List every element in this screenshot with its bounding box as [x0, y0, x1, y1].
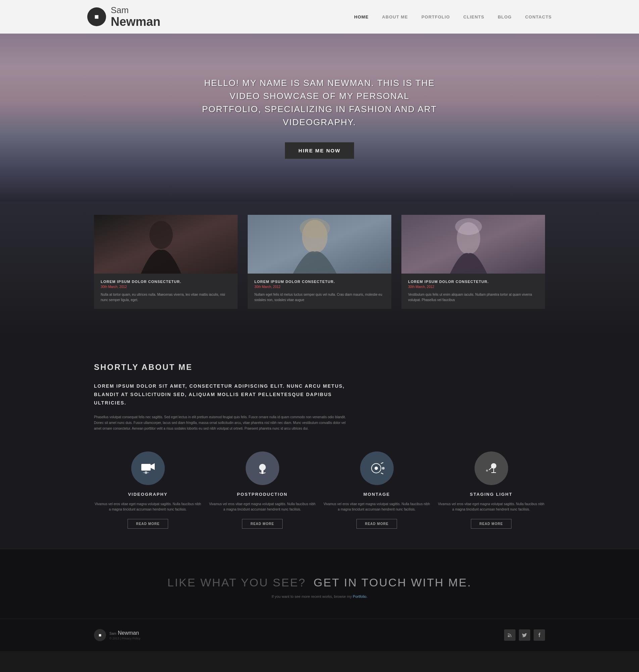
logo-newman: Newman	[111, 15, 160, 29]
cta-section: LIKE WHAT YOU SEE? GET IN TOUCH WITH ME.…	[0, 549, 639, 619]
nav-about[interactable]: ABOUT ME	[382, 14, 408, 19]
card-1-text: Nulla at tortor quam, eu ultrices nulla.…	[101, 292, 231, 303]
about-body: Phasellus volutpat consequat felis nec s…	[94, 414, 349, 431]
footer-name-text: Sam Newman	[109, 630, 141, 636]
logo-text: Sam Newman	[111, 5, 160, 28]
service-montage-text: Vivamus vel eros vitae eget magna volutp…	[323, 501, 431, 512]
card-3-date: 30th March, 2012	[408, 285, 538, 289]
card-1-image	[94, 215, 238, 274]
svg-point-23	[508, 636, 509, 637]
card-2-date: 30th March, 2012	[254, 285, 385, 289]
montage-read-more[interactable]: READ MORE	[356, 519, 397, 529]
cta-part2: GET IN TOUCH WITH ME.	[313, 576, 471, 589]
cta-part1: LIKE WHAT YOU SEE?	[168, 576, 306, 589]
svg-point-1	[149, 221, 173, 249]
svg-point-4	[300, 218, 330, 238]
service-videography-title: VIDEOGRAPHY	[94, 492, 202, 497]
card-1-date: 30th March, 2012	[101, 285, 231, 289]
card-3: LOREM IPSUM DOLOR CONSECTETUR. 30th Marc…	[401, 215, 545, 309]
footer-logo-icon: ■	[94, 629, 106, 641]
hire-me-button[interactable]: HIRE ME NOW	[285, 142, 354, 159]
footer: ■ Sam Newman © 2013 | Privacy Policy	[0, 619, 639, 651]
card-2: LOREM IPSUM DOLOR CONSECTETUR. 30th Marc…	[248, 215, 391, 309]
card-3-body: LOREM IPSUM DOLOR CONSECTETUR. 30th Marc…	[401, 274, 545, 309]
cta-subtitle: If you want to see more recent works, br…	[94, 594, 545, 598]
service-postproduction: POSTPRODUCTION Vivamus vel eros vitae eg…	[208, 452, 316, 529]
videography-read-more[interactable]: READ MORE	[127, 519, 168, 529]
about-section: SHORTLY ABOUT ME LOREM IPSUM DOLOR SIT A…	[0, 336, 639, 549]
cta-portfolio-link[interactable]: Portfolio.	[353, 594, 367, 598]
nav-blog[interactable]: BLOG	[498, 14, 512, 19]
header: ■ Sam Newman HOME ABOUT ME PORTFOLIO CLI…	[0, 0, 639, 34]
service-staging-title: STAGING LIGHT	[437, 492, 545, 497]
card-3-text: Vestibulum quis felis ut enim aliquam ia…	[408, 292, 538, 303]
staging-read-more[interactable]: READ MORE	[471, 519, 511, 529]
logo-icon: ■	[87, 7, 106, 26]
rss-icon[interactable]	[504, 629, 515, 641]
card-1: LOREM IPSUM DOLOR CONSECTETUR. 30th Marc…	[94, 215, 238, 309]
hero-section: HELLO! MY NAME IS SAM NEWMAN. THIS IS TH…	[0, 34, 639, 201]
nav-home[interactable]: HOME	[354, 14, 369, 19]
postproduction-read-more[interactable]: READ MORE	[242, 519, 282, 529]
svg-point-22	[486, 470, 488, 472]
services-grid: VIDEOGRAPHY Vivamus vel eros vitae eget …	[94, 452, 545, 529]
facebook-icon[interactable]	[534, 629, 545, 641]
nav-contacts[interactable]: CONTACTS	[525, 14, 552, 19]
card-3-title: LOREM IPSUM DOLOR CONSECTETUR.	[408, 280, 538, 284]
twitter-icon[interactable]	[519, 629, 530, 641]
cta-subtitle-pre: If you want to see more recent works, br…	[271, 594, 352, 598]
card-1-body: LOREM IPSUM DOLOR CONSECTETUR. 30th Marc…	[94, 274, 238, 309]
svg-line-17	[381, 473, 383, 474]
card-2-image	[248, 215, 391, 274]
svg-rect-8	[141, 464, 151, 471]
service-postproduction-text: Vivamus vel eros vitae eget magna volutp…	[208, 501, 316, 512]
service-postproduction-title: POSTPRODUCTION	[208, 492, 316, 497]
logo-sam: Sam	[111, 5, 160, 15]
card-3-image	[401, 215, 545, 274]
svg-point-7	[455, 218, 482, 235]
svg-line-16	[381, 463, 383, 464]
service-videography: VIDEOGRAPHY Vivamus vel eros vitae eget …	[94, 452, 202, 529]
portfolio-cards-section: LOREM IPSUM DOLOR CONSECTETUR. 30th Marc…	[0, 201, 639, 336]
service-montage: MONTAGE Vivamus vel eros vitae eget magn…	[323, 452, 431, 529]
nav-portfolio[interactable]: PORTFOLIO	[422, 14, 450, 19]
footer-sam: Sam	[109, 632, 116, 636]
about-title: SHORTLY ABOUT ME	[94, 362, 545, 372]
svg-point-12	[259, 464, 266, 471]
svg-point-18	[382, 467, 385, 470]
footer-copyright: © 2013 | Privacy Policy	[109, 637, 141, 640]
main-nav: HOME ABOUT ME PORTFOLIO CLIENTS BLOG CON…	[354, 14, 552, 19]
social-icons	[504, 629, 545, 641]
card-2-title: LOREM IPSUM DOLOR CONSECTETUR.	[254, 280, 385, 284]
card-1-title: LOREM IPSUM DOLOR CONSECTETUR.	[101, 280, 231, 284]
card-2-text: Nullam eget felis id metus luctus semper…	[254, 292, 385, 303]
service-montage-title: MONTAGE	[323, 492, 431, 497]
card-2-body: LOREM IPSUM DOLOR CONSECTETUR. 30th Marc…	[248, 274, 391, 309]
footer-logo: ■ Sam Newman © 2013 | Privacy Policy	[94, 629, 141, 641]
logo: ■ Sam Newman	[87, 5, 160, 28]
service-staging-text: Vivamus vel eros vitae eget magna volutp…	[437, 501, 545, 512]
about-lead: LOREM IPSUM DOLOR SIT AMET, CONSECTETUR …	[94, 382, 362, 407]
nav-clients[interactable]: CLIENTS	[464, 14, 485, 19]
svg-marker-9	[151, 463, 155, 470]
hero-headline: HELLO! MY NAME IS SAM NEWMAN. THIS IS TH…	[199, 77, 440, 129]
staging-icon-circle	[474, 452, 508, 485]
footer-newman: Newman	[118, 630, 139, 636]
montage-icon-circle	[360, 452, 394, 485]
postproduction-icon-circle	[246, 452, 279, 485]
service-staging: STAGING LIGHT Vivamus vel eros vitae ege…	[437, 452, 545, 529]
service-videography-text: Vivamus vel eros vitae eget magna volutp…	[94, 501, 202, 512]
cta-title: LIKE WHAT YOU SEE? GET IN TOUCH WITH ME.	[94, 576, 545, 589]
videography-icon-circle	[131, 452, 165, 485]
cards-grid: LOREM IPSUM DOLOR CONSECTETUR. 30th Marc…	[94, 215, 545, 309]
hero-content: HELLO! MY NAME IS SAM NEWMAN. THIS IS TH…	[199, 77, 440, 159]
svg-point-15	[375, 467, 378, 470]
footer-brand: Sam Newman © 2013 | Privacy Policy	[109, 630, 141, 640]
